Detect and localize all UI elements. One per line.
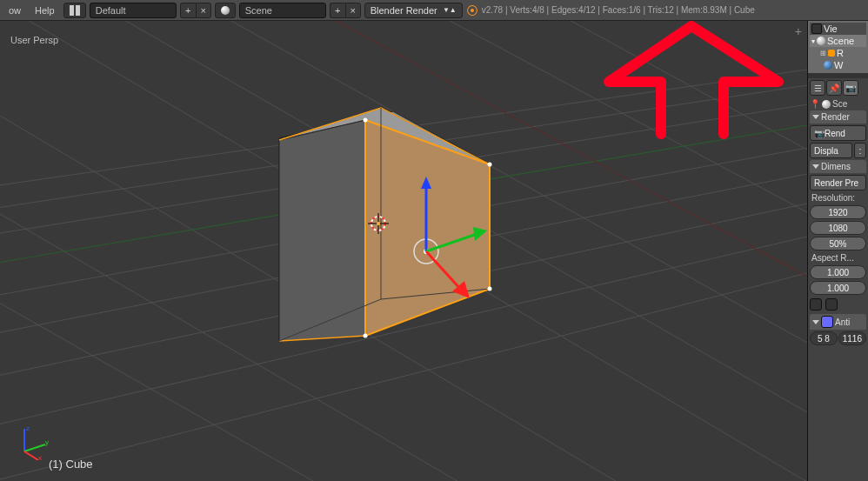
outliner-panel[interactable]: Vie ▾ Scene ⊞ R W [808,21,868,73]
outliner-item-w[interactable]: W [810,59,866,71]
3d-viewport[interactable]: User Persp (1) Cube + z y x [0,21,807,481]
axis-orientation-widget: z y x [16,425,50,460]
resolution-percent-field[interactable]: 50% [810,237,866,251]
layout-remove-button[interactable]: × [196,3,211,18]
aspect-label: Aspect R... [810,252,866,264]
scene-field[interactable]: Scene [239,3,326,18]
menu-item-window[interactable]: ow [3,3,26,17]
aa-samples-5-8[interactable]: 5 8 [810,331,838,345]
props-editor-icon[interactable]: ☰ [810,80,825,96]
properties-panel[interactable]: ☰ 📌 📷 📍 Sce Render 📷Rend Displa : Dimens… [808,78,868,481]
props-tab-render[interactable]: 📷 [843,80,858,96]
svg-line-66 [24,444,45,451]
resolution-y-field[interactable]: 1080 [810,221,866,235]
scene-add-button[interactable]: + [330,3,345,18]
perspective-label: User Persp [10,35,58,45]
blender-logo-icon: ⦿ [466,3,478,17]
stats-text: v2.78 | Verts:4/8 | Edges:4/12 | Faces:1… [482,5,865,15]
aspect-y-field[interactable]: 1.000 [810,281,866,295]
layout-icon [70,5,80,16]
border-checkbox[interactable] [810,298,822,311]
breadcrumb: Sce [832,99,847,109]
display-dropdown[interactable]: : [854,143,866,158]
render-button[interactable]: 📷Rend [810,125,866,141]
svg-text:z: z [26,425,30,432]
svg-line-67 [24,451,38,460]
active-object-label: (1) Cube [49,458,93,471]
resolution-label: Resolution: [810,192,866,204]
scene-icon [221,6,230,15]
panel-header-render[interactable]: Render [810,110,866,124]
scene-remove-button[interactable]: × [345,3,361,18]
aa-samples-11-16[interactable]: 1116 [838,331,866,345]
world-icon [824,61,832,70]
render-layers-icon [828,50,835,57]
antialias-checkbox[interactable] [821,316,833,328]
scene-icon [817,37,825,45]
panel-header-anti[interactable]: Anti [810,314,866,330]
viewport-toolbar-plus-icon[interactable]: + [795,24,802,38]
outliner-item-r[interactable]: ⊞ R [810,47,866,59]
pin-icon[interactable]: 📍 [810,99,820,109]
svg-text:x: x [38,454,42,460]
outliner-view-menu[interactable]: Vie [824,23,838,34]
resolution-x-field[interactable]: 1920 [810,205,866,219]
props-pin-icon[interactable]: 📌 [826,80,842,96]
menu-item-help[interactable]: Help [30,3,60,17]
screen-layout-field[interactable]: Default [90,3,177,18]
screen-layout-button[interactable] [63,3,86,18]
outliner-editor-icon[interactable] [811,23,822,34]
svg-text:y: y [45,438,49,446]
crop-checkbox[interactable] [825,298,838,311]
render-preset-dropdown[interactable]: Render Pre [810,175,866,190]
outliner-scene-row[interactable]: ▾ Scene [810,35,866,47]
panel-header-dimensions[interactable]: Dimens [810,160,866,173]
scene-browse-button[interactable] [215,3,236,18]
aspect-x-field[interactable]: 1.000 [810,265,866,279]
render-engine-dropdown[interactable]: Blender Render ▼▲ [364,3,463,18]
scene-icon [822,100,831,109]
annotation-arrow-icon [0,21,807,481]
layout-add-button[interactable]: + [180,3,196,18]
display-mode-button[interactable]: Displa [810,143,852,158]
